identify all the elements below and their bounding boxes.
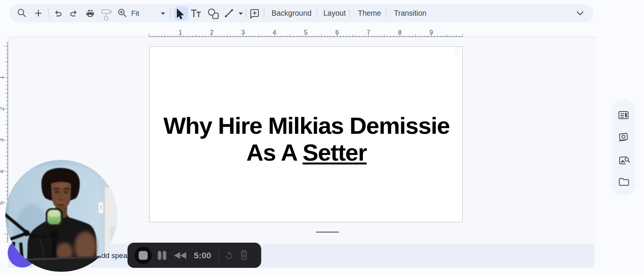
- svg-text:5:00: 5:00: [194, 251, 211, 260]
